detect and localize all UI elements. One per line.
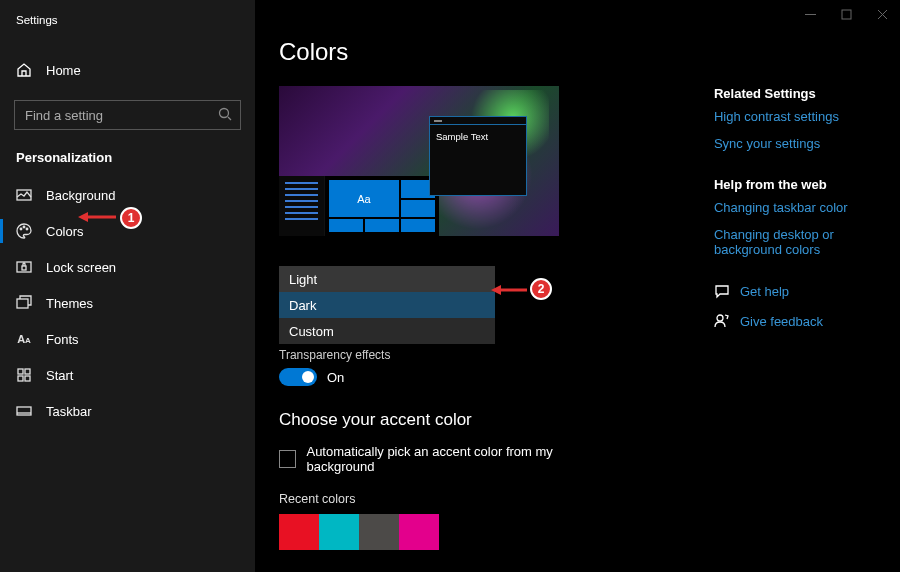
preview-window: Sample Text <box>429 116 527 196</box>
app-title: Settings <box>0 10 255 26</box>
palette-icon <box>16 223 32 239</box>
transparency-value: On <box>327 370 344 385</box>
swatch-3[interactable] <box>399 514 439 550</box>
link-desktop-colors[interactable]: Changing desktop or background colors <box>714 227 900 257</box>
give-feedback-label: Give feedback <box>740 314 823 329</box>
get-help-label: Get help <box>740 284 789 299</box>
sidebar-item-start[interactable]: Start <box>0 357 255 393</box>
accent-heading: Choose your accent color <box>279 410 614 430</box>
link-high-contrast[interactable]: High contrast settings <box>714 109 900 124</box>
themes-icon <box>16 295 32 311</box>
nav-label: Fonts <box>46 332 79 347</box>
dropdown-option-custom[interactable]: Custom <box>279 318 495 344</box>
related-heading: Related Settings <box>714 86 900 101</box>
preview-sample-text: Sample Text <box>430 125 526 142</box>
category-heading: Personalization <box>0 130 255 177</box>
swatch-2[interactable] <box>359 514 399 550</box>
start-icon <box>16 367 32 383</box>
sidebar-item-fonts[interactable]: AA Fonts <box>0 321 255 357</box>
color-preview: Aa Sample Text <box>279 86 559 236</box>
sidebar: Settings Home Personalization Background… <box>0 0 255 572</box>
sidebar-item-themes[interactable]: Themes <box>0 285 255 321</box>
svg-point-8 <box>23 226 25 228</box>
nav-label: Themes <box>46 296 93 311</box>
svg-point-7 <box>20 228 22 230</box>
lock-icon <box>16 259 32 275</box>
sidebar-item-taskbar[interactable]: Taskbar <box>0 393 255 429</box>
svg-rect-17 <box>17 407 31 415</box>
dropdown-option-light[interactable]: Light <box>279 266 495 292</box>
color-mode-dropdown[interactable]: Light Dark Custom <box>279 266 495 344</box>
get-help-link[interactable]: Get help <box>714 283 900 299</box>
nav-label: Start <box>46 368 73 383</box>
auto-accent-checkbox[interactable] <box>279 450 296 468</box>
home-icon <box>16 62 32 78</box>
search-icon <box>218 107 232 124</box>
svg-rect-12 <box>17 299 28 308</box>
taskbar-icon <box>16 403 32 419</box>
annotation-arrow-2 <box>491 283 529 300</box>
svg-rect-16 <box>25 376 30 381</box>
sidebar-item-lockscreen[interactable]: Lock screen <box>0 249 255 285</box>
transparency-toggle[interactable] <box>279 368 317 386</box>
nav-label: Background <box>46 188 115 203</box>
preview-tile-aa: Aa <box>329 180 399 217</box>
swatch-0[interactable] <box>279 514 319 550</box>
search-input[interactable] <box>25 108 218 123</box>
fonts-icon: AA <box>16 331 32 347</box>
svg-rect-14 <box>25 369 30 374</box>
svg-point-4 <box>220 108 229 117</box>
sidebar-item-home[interactable]: Home <box>0 54 255 86</box>
link-sync-settings[interactable]: Sync your settings <box>714 136 900 151</box>
nav-label: Taskbar <box>46 404 92 419</box>
feedback-icon <box>714 313 730 329</box>
svg-marker-21 <box>78 212 88 222</box>
svg-point-19 <box>717 315 723 321</box>
transparency-label: Transparency effects <box>279 348 614 362</box>
auto-accent-row[interactable]: Automatically pick an accent color from … <box>279 444 614 474</box>
recent-colors <box>279 514 614 550</box>
dropdown-option-dark[interactable]: Dark <box>279 292 495 318</box>
svg-marker-23 <box>491 285 501 295</box>
annotation-arrow-1 <box>78 210 118 227</box>
link-taskbar-color[interactable]: Changing taskbar color <box>714 200 900 215</box>
nav-label: Lock screen <box>46 260 116 275</box>
svg-rect-15 <box>18 376 23 381</box>
auto-accent-label: Automatically pick an accent color from … <box>306 444 613 474</box>
svg-rect-11 <box>22 266 26 270</box>
swatch-1[interactable] <box>319 514 359 550</box>
picture-icon <box>16 187 32 203</box>
recent-colors-label: Recent colors <box>279 492 614 506</box>
annotation-marker-1: 1 <box>120 207 142 229</box>
help-heading: Help from the web <box>714 177 900 192</box>
svg-rect-13 <box>18 369 23 374</box>
annotation-marker-2: 2 <box>530 278 552 300</box>
give-feedback-link[interactable]: Give feedback <box>714 313 900 329</box>
page-title: Colors <box>279 38 900 66</box>
chat-icon <box>714 283 730 299</box>
main-content: Colors Aa Sample Text <box>255 0 900 572</box>
svg-line-5 <box>228 117 231 120</box>
home-label: Home <box>46 63 81 78</box>
svg-point-9 <box>26 228 28 230</box>
search-box[interactable] <box>14 100 241 130</box>
